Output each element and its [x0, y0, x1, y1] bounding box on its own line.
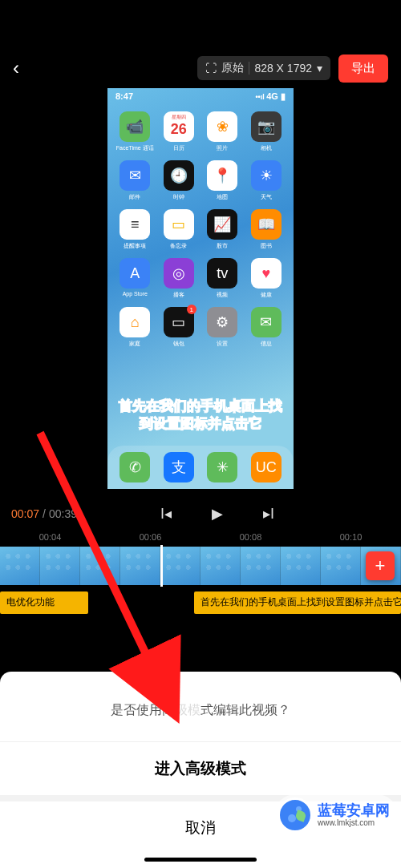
playhead[interactable] [160, 545, 163, 587]
app-icon: ⚙设置 [203, 307, 242, 348]
time-separator: / [43, 507, 46, 520]
app-icon: ⌂家庭 [115, 307, 155, 348]
app-icon: ✉信息 [247, 307, 286, 348]
app-icon: UC [247, 452, 286, 482]
app-icon: 📷相机 [247, 111, 286, 152]
phone-time: 8:47 [115, 91, 133, 102]
app-icon: ❀照片 [203, 111, 242, 152]
app-icon: 🕘时钟 [160, 160, 199, 201]
chevron-down-icon: ▾ [317, 62, 322, 75]
app-icon: 支 [160, 452, 199, 482]
video-caption: 首先在我们的手机桌面上找到设置图标并点击它 [107, 398, 294, 433]
ratio-label: 原始 [221, 61, 244, 75]
sheet-prompt: 是否使用高级模式编辑此视频？ [0, 688, 401, 741]
app-icon: tv视频 [203, 258, 242, 299]
app-icon: ◎播客 [160, 258, 199, 299]
subtitle-clip[interactable]: 电优化功能 [0, 591, 88, 614]
app-icon: ✉︎邮件 [115, 160, 155, 201]
timeline-track[interactable] [0, 547, 401, 585]
aspect-ratio-button[interactable]: ⛶ 原始 828 X 1792 ▾ [197, 56, 330, 80]
watermark-url: www.lmkjst.com [318, 818, 390, 827]
action-sheet: 是否使用高级模式编辑此视频？ 进入高级模式 取消 [0, 672, 401, 868]
watermark-logo [277, 797, 313, 833]
home-indicator[interactable] [144, 858, 257, 862]
app-icon: 📈股市 [203, 209, 242, 250]
current-time: 00:07 [11, 507, 39, 520]
expand-icon: ⛶ [205, 62, 217, 75]
back-button[interactable]: ‹ [13, 57, 37, 79]
video-preview[interactable]: 8:47 ••ıl 4G ▮ 📹FaceTime 通话星期四26日历❀照片📷相机… [0, 88, 401, 497]
watermark-title: 蓝莓安卓网 [318, 803, 390, 819]
app-icon: ✳ [203, 452, 242, 482]
app-icon: ▭1钱包 [160, 307, 199, 348]
next-button[interactable]: ▸I [263, 505, 274, 523]
total-time: 00:39 [49, 507, 77, 520]
app-icon: ✆ [115, 452, 155, 482]
enter-advanced-mode-button[interactable]: 进入高级模式 [0, 741, 401, 795]
add-clip-button[interactable]: + [366, 551, 395, 580]
app-icon: 📖图书 [247, 209, 286, 250]
app-icon: ▭备忘录 [160, 209, 199, 250]
app-icon: 📍地图 [203, 160, 242, 201]
resolution-label: 828 X 1792 [254, 62, 312, 75]
app-icon: ♥健康 [247, 258, 286, 299]
app-icon: 星期四26日历 [160, 111, 199, 152]
app-icon: 📹FaceTime 通话 [115, 111, 155, 152]
play-button[interactable]: ▶ [212, 505, 223, 523]
time-ruler: 00:04 00:06 00:08 00:10 [0, 531, 401, 547]
app-icon: AApp Store [115, 258, 155, 299]
app-icon: ☀︎天气 [247, 160, 286, 201]
watermark: 蓝莓安卓网 www.lmkjst.com [274, 794, 398, 836]
subtitle-clip[interactable]: 首先在我们的手机桌面上找到设置图标并点击它 [194, 591, 401, 614]
export-button[interactable]: 导出 [338, 55, 388, 83]
prev-button[interactable]: I◂ [160, 505, 172, 523]
phone-signal: ••ıl 4G ▮ [255, 91, 286, 102]
app-icon: ≡提醒事项 [115, 209, 155, 250]
